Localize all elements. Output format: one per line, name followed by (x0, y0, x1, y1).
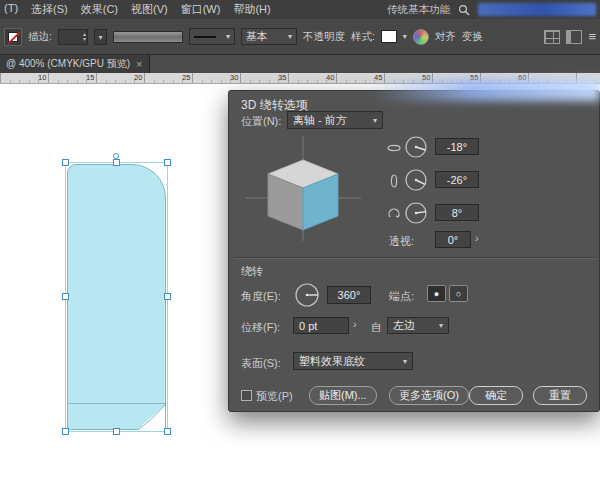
style-swatch[interactable] (381, 30, 397, 43)
document-tab-label: @ 400% (CMYK/GPU 预览) (6, 57, 130, 71)
menu-item-window[interactable]: 窗口(W) (181, 2, 221, 17)
graphic-style-label: 基本 (246, 30, 267, 44)
anchor-point-handle[interactable] (113, 153, 119, 159)
rotate-z-dial[interactable] (403, 200, 429, 226)
preview-checkbox[interactable] (241, 390, 252, 401)
color-wheel-icon[interactable] (413, 29, 429, 45)
grid-icon[interactable] (544, 30, 560, 44)
menu-item-type[interactable]: (T) (4, 2, 18, 17)
chevron-down-icon: ▾ (226, 32, 230, 41)
revolve-options-dialog: 3D 绕转选项 位置(N): 离轴 - 前方 ▾ -18° (228, 90, 600, 412)
more-options-button[interactable]: 更多选项(O) (389, 386, 469, 405)
menu-item-effect[interactable]: 效果(C) (81, 2, 118, 17)
control-bar: 描边: ▴ ▾ ▾ ▾ 基本 ▾ 不透明度 样式: ▾ 对齐 变换 ≡ (0, 19, 600, 55)
surface-value: 塑料效果底纹 (299, 354, 365, 369)
chevron-down-icon: ▾ (439, 321, 443, 330)
ruler-number: 60 (518, 73, 526, 82)
variable-width-profile[interactable] (113, 31, 183, 43)
spinner-icons[interactable]: ▴ ▾ (83, 32, 87, 42)
selection-handle[interactable] (62, 428, 69, 435)
highlight-artifact (478, 3, 596, 16)
rotate-z-value[interactable]: 8° (435, 204, 479, 221)
selection-handle[interactable] (113, 428, 120, 435)
stroke-weight-dropdown[interactable]: ▾ (94, 29, 107, 45)
angle-value[interactable]: 360° (327, 286, 371, 304)
track-cube[interactable] (246, 136, 361, 241)
menu-item-select[interactable]: 选择(S) (31, 2, 68, 17)
cap-label: 端点: (389, 289, 414, 304)
brush-stroke-icon (194, 36, 216, 38)
perspective-value[interactable]: 0° (435, 231, 471, 248)
chevron-right-icon[interactable]: › (475, 232, 479, 244)
selection-handle[interactable] (62, 159, 69, 166)
section-divider (235, 257, 595, 259)
from-label: 自 (371, 320, 382, 335)
menu-items: (T) 选择(S) 效果(C) 视图(V) 窗口(W) 帮助(H) (0, 2, 271, 17)
menu-icon[interactable]: ≡ (588, 29, 596, 44)
document-tab-bar: @ 400% (CMYK/GPU 预览) × (0, 55, 600, 73)
position-value: 离轴 - 前方 (293, 113, 347, 128)
opacity-link[interactable]: 不透明度 (303, 30, 345, 44)
cap-hollow-toggle[interactable]: ○ (449, 285, 468, 302)
selection-handle[interactable] (164, 293, 171, 300)
menu-item-view[interactable]: 视图(V) (131, 2, 168, 17)
panels-icon[interactable] (566, 30, 582, 44)
chevron-right-icon[interactable]: › (353, 318, 357, 330)
document-tab[interactable]: @ 400% (CMYK/GPU 预览) × (0, 55, 150, 73)
style-label: 样式: (351, 30, 375, 44)
offset-value[interactable]: 0 pt (293, 317, 349, 334)
offset-from-value: 左边 (393, 318, 415, 333)
selection-handle[interactable] (113, 159, 120, 166)
transform-link[interactable]: 变换 (462, 30, 483, 44)
angle-dial[interactable] (293, 281, 321, 309)
rotate-x-icon (387, 141, 401, 155)
rotate-y-value[interactable]: -26° (435, 171, 479, 188)
rotate-x-dial[interactable] (403, 134, 429, 160)
cap-solid-toggle[interactable]: ● (427, 285, 446, 302)
close-icon[interactable]: × (136, 58, 142, 70)
illustrator-window: (T) 选择(S) 效果(C) 视图(V) 窗口(W) 帮助(H) 传统基本功能… (0, 0, 600, 491)
position-label: 位置(N): (241, 114, 281, 129)
ruler-number: 10 (38, 73, 46, 82)
fill-stroke-indicator[interactable] (4, 28, 22, 46)
menu-item-help[interactable]: 帮助(H) (233, 2, 270, 17)
position-dropdown[interactable]: 离轴 - 前方 ▾ (287, 111, 383, 129)
stroke-label: 描边: (28, 30, 52, 44)
menubar-right: 传统基本功能 (387, 3, 600, 17)
rotate-x-value[interactable]: -18° (435, 138, 479, 155)
ruler-number: 25 (182, 73, 190, 82)
ruler-number: 35 (278, 73, 286, 82)
surface-dropdown[interactable]: 塑料效果底纹 ▾ (293, 352, 413, 370)
revolve-section-label: 绕转 (241, 264, 263, 279)
revolved-shape[interactable] (67, 164, 166, 430)
spinner-down-icon[interactable]: ▾ (83, 37, 86, 42)
rotate-y-dial[interactable] (403, 167, 429, 193)
menu-bar: (T) 选择(S) 效果(C) 视图(V) 窗口(W) 帮助(H) 传统基本功能 (0, 0, 600, 19)
offset-from-dropdown[interactable]: 左边 ▾ (387, 317, 449, 334)
ruler-number: 20 (134, 73, 142, 82)
angle-label: 角度(E): (241, 289, 281, 304)
chevron-down-icon: ▾ (288, 32, 292, 41)
ruler-number: 15 (86, 73, 94, 82)
stroke-weight-stepper[interactable]: ▴ ▾ (58, 29, 88, 45)
map-art-button[interactable]: 贴图(M)... (309, 386, 377, 405)
selection-handle[interactable] (164, 159, 171, 166)
workspace-switcher[interactable]: 传统基本功能 (387, 3, 450, 17)
ruler-number: 45 (374, 73, 382, 82)
ruler-number: 30 (230, 73, 238, 82)
reset-button[interactable]: 重置 (533, 386, 587, 405)
chevron-down-icon: ▾ (373, 116, 377, 125)
controlbar-right-icons: ≡ (544, 29, 596, 44)
rotate-z-icon (387, 207, 401, 221)
ok-button[interactable]: 确定 (469, 386, 523, 405)
align-link[interactable]: 对齐 (435, 30, 456, 44)
brush-definition-dropdown[interactable]: ▾ (189, 28, 235, 45)
perspective-label: 透视: (389, 234, 414, 249)
ruler-number: 50 (422, 73, 430, 82)
selection-handle[interactable] (62, 293, 69, 300)
chevron-down-icon[interactable]: ▾ (403, 32, 407, 41)
selection-handle[interactable] (164, 428, 171, 435)
chevron-down-icon: ▾ (403, 357, 407, 366)
graphic-style-dropdown[interactable]: 基本 ▾ (241, 28, 297, 45)
search-icon[interactable] (458, 4, 470, 16)
